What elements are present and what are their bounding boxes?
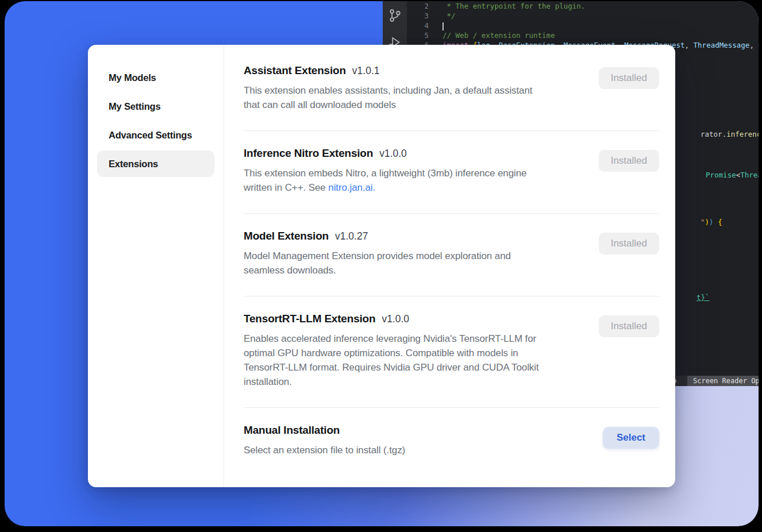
extension-description: Enables accelerated inference leveraging… [244,331,539,389]
sidebar-item-label: My Models [109,72,156,83]
nitro-jan-ai-link[interactable]: nitro.jan.ai. [328,182,375,193]
extension-row: Inference Nitro Extension v1.0.0 This ex… [244,131,659,214]
sidebar-item-label: My Settings [109,101,160,112]
sidebar-item-my-settings[interactable]: My Settings [97,93,214,119]
installed-button[interactable]: Installed [599,233,659,255]
code-fragment: ")) { [701,218,722,227]
extensions-list: Assistant Extension v1.0.1 This extensio… [224,45,675,487]
extension-version: v1.0.0 [382,313,409,325]
installed-button[interactable]: Installed [599,315,659,337]
description-line: seamless downloads. [244,263,511,277]
select-button[interactable]: Select [603,427,659,449]
code-fragment: rator.inference(data)); [701,130,759,139]
code-token: ) [709,218,718,226]
extension-info: Model Extension v1.0.27 Model Management… [244,230,511,277]
code-fragment: t}` [696,293,710,302]
sidebar-item-label: Extensions [109,159,158,169]
settings-modal: My Models My Settings Advanced Settings … [88,45,675,487]
description-line: optimal GPU hardware optimizations. Comp… [244,346,539,360]
source-control-icon[interactable] [387,8,402,23]
extension-title-line: Assistant Extension v1.0.1 [244,64,532,77]
extension-version: v1.0.27 [335,230,368,242]
extension-description: This extension enables assistants, inclu… [244,83,532,112]
extension-info: Manual Installation Select an extension … [244,424,405,457]
code-token: t}` [696,293,710,302]
code-token: ) [705,218,710,226]
settings-nav: My Models My Settings Advanced Settings … [88,45,224,487]
extension-name: Model Extension [244,230,329,242]
description-line: Enables accelerated inference leveraging… [244,331,539,346]
installed-button[interactable]: Installed [599,150,659,172]
code-token: ThreadMessage [740,171,759,179]
description-line: This extension embeds Nitro, a lightweig… [244,166,526,180]
extension-title-line: Manual Installation [244,424,405,437]
screen-reader-optimized-badge[interactable]: Screen Reader Optimized [687,376,759,386]
extension-info: Assistant Extension v1.0.1 This extensio… [244,64,532,112]
extension-name: Assistant Extension [244,64,346,77]
extension-name: Manual Installation [244,424,340,437]
extension-description: Model Management Extension provides mode… [244,249,511,277]
sidebar-item-extensions[interactable]: Extensions [97,151,214,177]
extension-info: TensortRT-LLM Extension v1.0.0 Enables a… [244,313,539,389]
extension-title-line: TensortRT-LLM Extension v1.0.0 [244,313,539,325]
extension-version: v1.0.1 [352,65,380,77]
extension-title-line: Model Extension v1.0.27 [244,230,511,242]
extension-title-line: Inference Nitro Extension v1.0.0 [244,147,526,160]
description-line: written in C++. See nitro.jan.ai. [244,180,526,195]
extension-row: TensortRT-LLM Extension v1.0.0 Enables a… [244,296,659,408]
extension-description: Select an extension file to install (.tg… [244,443,405,457]
code-token: Promise [706,171,736,179]
description-line: installation. [244,375,539,389]
code-token: inference [726,130,759,138]
description-line: TensorRT-LLM format. Requires Nvidia GPU… [244,360,539,375]
sidebar-item-my-models[interactable]: My Models [97,64,214,91]
app-window: 2 * The entrypoint for the plugin. 3 */ … [5,1,759,526]
code-token: " [701,218,705,226]
extension-row: Manual Installation Select an extension … [244,408,659,476]
extension-version: v1.0.0 [379,148,407,160]
extension-info: Inference Nitro Extension v1.0.0 This ex… [244,147,526,195]
extension-name: Inference Nitro Extension [244,147,373,160]
sidebar-item-label: Advanced Settings [109,130,192,141]
description-line: Select an extension file to install (.tg… [244,443,405,457]
installed-button[interactable]: Installed [599,67,659,89]
code-fragment: Promise<ThreadMessage> [706,171,759,180]
extension-name: TensortRT-LLM Extension [244,313,375,325]
description-line: that can call all downloaded models [244,98,532,112]
sidebar-item-advanced-settings[interactable]: Advanced Settings [97,122,214,148]
extension-row: Model Extension v1.0.27 Model Management… [244,214,659,296]
extension-description: This extension embeds Nitro, a lightweig… [244,166,526,195]
description-line: Model Management Extension provides mode… [244,249,511,263]
code-token: { [718,218,722,226]
extension-row: Assistant Extension v1.0.1 This extensio… [244,48,659,131]
description-line: This extension enables assistants, inclu… [244,83,532,98]
code-token: rator. [701,130,726,138]
